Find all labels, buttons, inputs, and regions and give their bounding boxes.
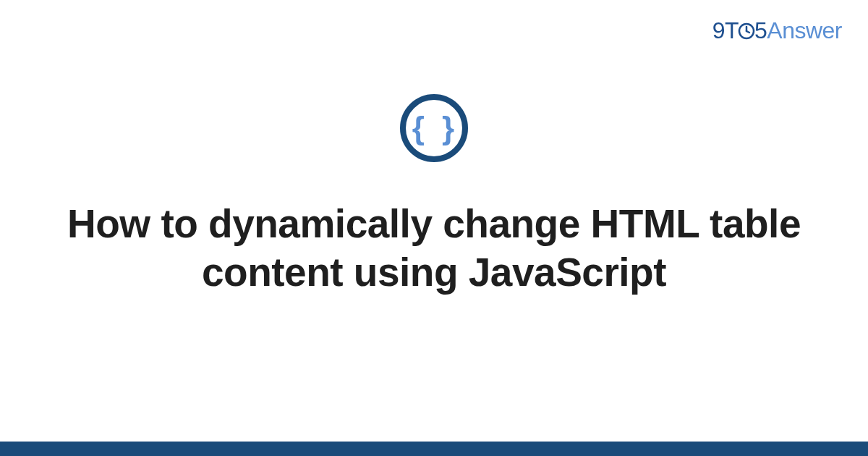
- clock-icon: [738, 19, 755, 36]
- site-logo[interactable]: 9T5Answer: [712, 17, 842, 43]
- category-icon-circle: { }: [400, 94, 468, 162]
- page-title: How to dynamically change HTML table con…: [54, 200, 814, 297]
- svg-line-2: [746, 31, 749, 33]
- logo-text-9t: 9T: [712, 17, 739, 43]
- braces-icon: { }: [412, 112, 459, 144]
- header-logo: 9T5Answer: [712, 17, 842, 44]
- footer-bar: [0, 442, 868, 456]
- logo-text-5: 5: [754, 17, 767, 43]
- logo-text-answer: Answer: [767, 17, 842, 43]
- main-content: { } How to dynamically change HTML table…: [0, 94, 868, 297]
